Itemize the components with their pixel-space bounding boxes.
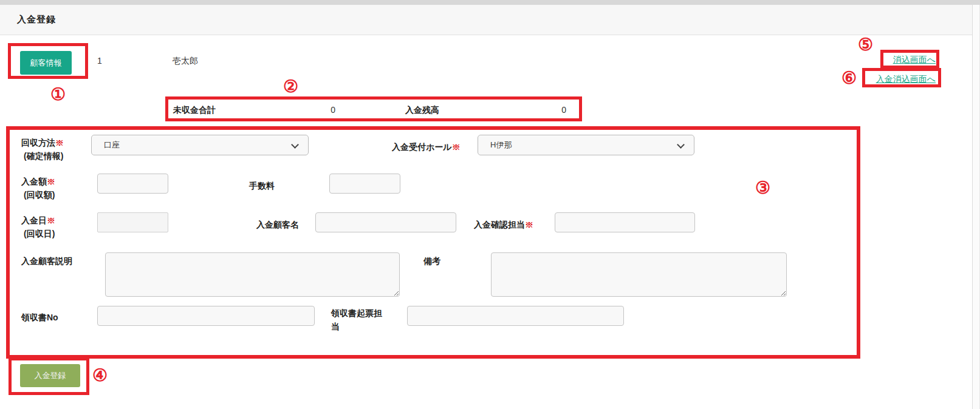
annotation-number-5: ⑤ [858,36,873,53]
confirm-staff-input[interactable] [555,212,695,232]
required-mark: ※ [47,215,55,225]
chevron-down-icon [677,141,685,149]
customer-desc-textarea[interactable] [105,252,400,297]
annotation-number-2: ② [283,78,298,95]
remarks-textarea[interactable] [491,252,787,297]
payment-register-button[interactable]: 入金登録 [20,364,80,387]
recovery-method-sublabel: (確定情報) [21,149,64,163]
annotation-box-2 [165,96,582,121]
fee-input[interactable] [329,174,400,194]
payment-date-input[interactable] [97,212,168,232]
confirm-staff-label: 入金確認担当※ [474,218,533,231]
annotation-number-6: ⑥ [841,70,857,87]
amount-sublabel: (回収額) [21,188,55,201]
receipt-staff-input[interactable] [407,306,624,326]
amount-label: 入金額※ (回収額) [21,175,55,201]
receipt-no-input[interactable] [97,306,315,326]
recovery-method-label: 回収方法※ (確定情報) [21,136,64,163]
window-top-edge [0,0,980,5]
customer-name: 壱太郎 [173,56,198,67]
fee-label: 手数料 [249,179,275,192]
erase-screen-link[interactable]: 消込画面へ [893,55,936,66]
annotation-number-4: ④ [92,367,108,384]
unpaid-total-value: 0 [292,105,335,115]
required-mark: ※ [525,220,533,229]
balance-value: 0 [523,105,566,115]
required-mark: ※ [55,138,64,147]
annotation-number-1: ① [50,86,66,103]
payment-erase-screen-link[interactable]: 入金消込画面へ [876,74,936,85]
required-mark: ※ [452,142,461,152]
payment-customer-name-input[interactable] [315,212,456,232]
recovery-method-selected: 口座 [104,140,120,150]
payment-customer-name-label: 入金顧客名 [256,218,299,231]
payment-date-sublabel: (回収日) [21,227,55,240]
amount-input[interactable] [97,174,168,194]
remarks-label: 備考 [423,254,440,268]
payment-date-label: 入金日※ (回収日) [21,214,55,240]
unpaid-total-label: 未収金合計 [173,105,216,116]
reception-hall-selected: H伊那 [490,140,512,150]
annotation-number-3: ③ [755,180,770,197]
customer-desc-label: 入金顧客説明 [21,254,72,268]
reception-hall-select[interactable]: H伊那 [478,135,694,155]
balance-label: 入金残高 [405,105,439,116]
customer-id: 1 [97,56,102,66]
chevron-down-icon [291,141,299,149]
recovery-method-select[interactable]: 口座 [91,135,309,155]
payment-registration-page: 入金登録 顧客情報 1 壱太郎 消込画面へ 入金消込画面へ 未収金合計 0 入金… [0,0,980,409]
customer-info-button[interactable]: 顧客情報 [20,51,72,75]
receipt-no-label: 領収書No [21,311,58,324]
required-mark: ※ [47,177,55,186]
page-title: 入金登録 [17,14,56,25]
reception-hall-label: 入金受付ホール※ [392,140,461,154]
vertical-scrollbar[interactable] [972,5,980,409]
page-header: 入金登録 [0,5,972,35]
receipt-staff-label: 領収書起票担当 [331,306,386,333]
